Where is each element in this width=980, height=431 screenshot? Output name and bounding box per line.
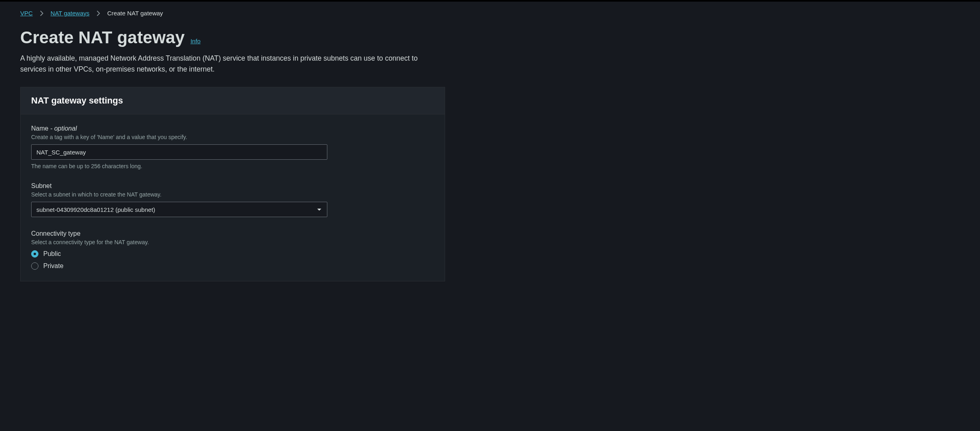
name-label: Name - optional <box>31 125 434 132</box>
name-hint: The name can be up to 256 characters lon… <box>31 163 434 169</box>
radio-icon-unchecked <box>31 262 38 270</box>
connectivity-label: Connectivity type <box>31 230 434 237</box>
breadcrumb-current: Create NAT gateway <box>107 10 163 17</box>
chevron-right-icon <box>40 11 43 16</box>
form-group-subnet: Subnet Select a subnet in which to creat… <box>31 182 434 217</box>
radio-label-public: Public <box>43 250 61 258</box>
radio-label-private: Private <box>43 262 64 270</box>
subnet-label: Subnet <box>31 182 434 190</box>
subnet-select[interactable]: subnet-04309920dc8a01212 (public subnet) <box>31 202 327 217</box>
radio-icon-checked <box>31 250 38 258</box>
radio-public[interactable]: Public <box>31 250 434 258</box>
radio-private[interactable]: Private <box>31 262 434 270</box>
page-title: Create NAT gateway <box>20 28 185 47</box>
connectivity-desc: Select a connectivity type for the NAT g… <box>31 239 434 245</box>
panel-header: NAT gateway settings <box>21 87 445 114</box>
info-link[interactable]: Info <box>191 38 201 44</box>
breadcrumb-link-nat-gateways[interactable]: NAT gateways <box>51 10 89 17</box>
breadcrumb: VPC NAT gateways Create NAT gateway <box>20 10 445 17</box>
form-group-connectivity: Connectivity type Select a connectivity … <box>31 230 434 270</box>
settings-panel: NAT gateway settings Name - optional Cre… <box>20 87 445 281</box>
subnet-desc: Select a subnet in which to create the N… <box>31 191 434 198</box>
form-group-name: Name - optional Create a tag with a key … <box>31 125 434 169</box>
page-description: A highly available, managed Network Addr… <box>20 53 445 75</box>
chevron-right-icon <box>97 11 100 16</box>
name-input[interactable] <box>31 144 327 160</box>
name-desc: Create a tag with a key of 'Name' and a … <box>31 134 434 140</box>
panel-title: NAT gateway settings <box>31 95 434 106</box>
breadcrumb-link-vpc[interactable]: VPC <box>20 10 33 17</box>
